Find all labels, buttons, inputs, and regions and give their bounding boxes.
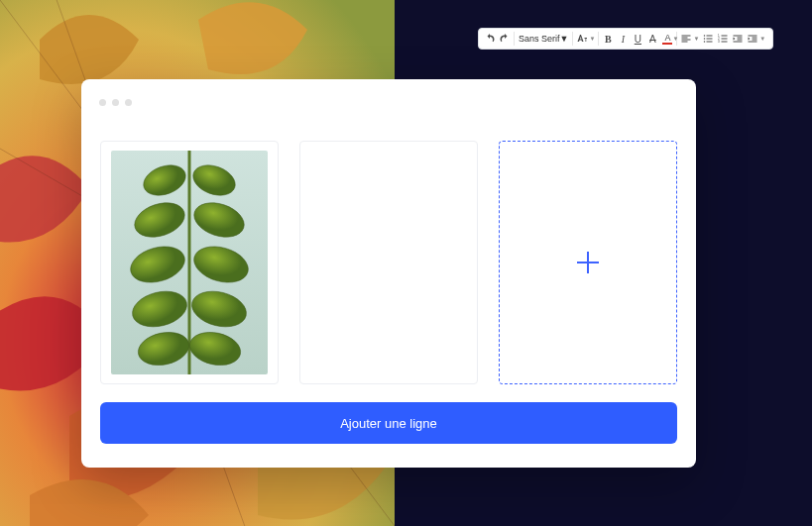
redo-icon[interactable]: [498, 30, 512, 48]
window-dot: [112, 99, 119, 106]
content-card-empty[interactable]: [299, 141, 478, 384]
font-family-select[interactable]: Sans Serif ▼: [517, 34, 570, 44]
content-card-image[interactable]: [100, 141, 279, 384]
add-row-button[interactable]: Ajouter une ligne: [100, 402, 677, 444]
svg-rect-14: [722, 39, 728, 40]
window-controls: [99, 99, 132, 106]
svg-rect-13: [722, 36, 728, 37]
svg-rect-7: [707, 36, 713, 37]
chevron-down-icon: ▼: [560, 34, 569, 44]
svg-text:3: 3: [718, 40, 720, 44]
bullet-list-icon[interactable]: [701, 30, 715, 48]
plus-icon: [577, 252, 599, 273]
strikethrough-icon[interactable]: A: [645, 30, 659, 48]
window-dot: [125, 99, 132, 106]
chevron-down-icon: ▼: [759, 36, 765, 42]
editor-window: Ajouter une ligne: [81, 79, 696, 468]
svg-rect-15: [722, 42, 728, 43]
text-color-icon[interactable]: A ▼: [660, 30, 674, 48]
add-content-card[interactable]: [499, 141, 677, 384]
font-family-label: Sans Serif: [519, 34, 560, 44]
chevron-down-icon: ▼: [693, 36, 699, 42]
content-row: [100, 141, 677, 384]
svg-point-6: [704, 41, 706, 43]
svg-rect-9: [707, 42, 713, 43]
font-size-icon[interactable]: ▼: [575, 30, 596, 48]
indent-increase-icon[interactable]: ▼: [746, 30, 766, 48]
svg-rect-8: [707, 39, 713, 40]
align-icon[interactable]: ▼: [679, 30, 700, 48]
chevron-down-icon: ▼: [672, 36, 678, 42]
card-image: [111, 151, 268, 374]
underline-icon[interactable]: U: [631, 30, 644, 48]
add-row-label: Ajouter une ligne: [340, 416, 437, 431]
italic-icon[interactable]: I: [616, 30, 630, 48]
bold-icon[interactable]: B: [601, 30, 615, 48]
undo-icon[interactable]: [483, 30, 497, 48]
indent-decrease-icon[interactable]: [731, 30, 745, 48]
numbered-list-icon[interactable]: 123: [716, 30, 730, 48]
svg-point-4: [704, 35, 706, 37]
rich-text-toolbar: Sans Serif ▼ ▼ B I U A A ▼ ▼ 123 ▼: [478, 28, 773, 50]
window-dot: [99, 99, 106, 106]
svg-point-5: [704, 38, 706, 40]
chevron-down-icon: ▼: [589, 36, 595, 42]
